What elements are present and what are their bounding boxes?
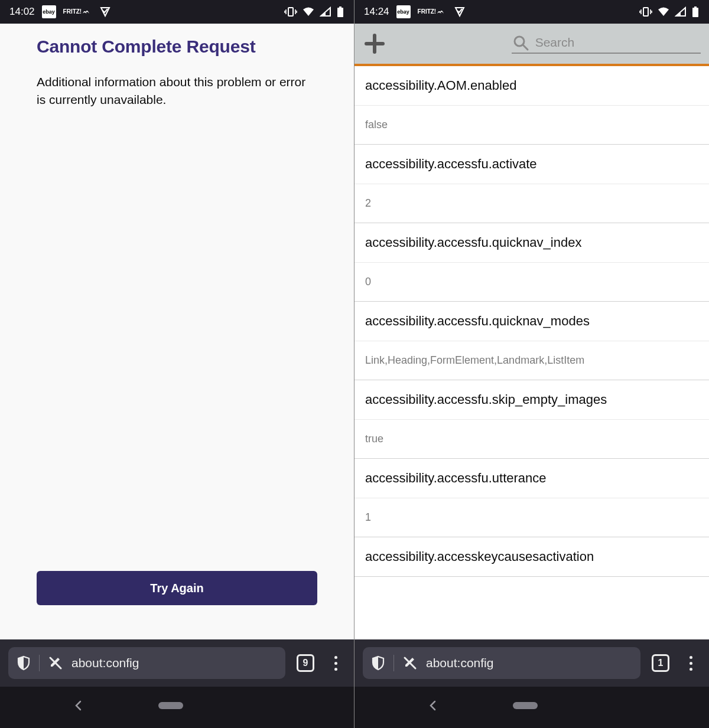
browser-toolbar: about:config 9 [0,639,354,687]
status-bar: 14:24 ebay FRITZ! [354,0,709,24]
home-pill[interactable] [158,702,183,709]
edit-off-icon[interactable] [402,655,418,671]
menu-button[interactable] [681,656,701,671]
pref-name: accessibility.accesskeycausesactivation [354,537,709,576]
search-icon [512,34,535,51]
pref-value: false [354,106,709,144]
shield-icon[interactable] [17,655,31,671]
url-bar[interactable]: about:config [363,647,640,679]
check-app-icon [99,6,111,18]
pref-name: accessibility.accessfu.skip_empty_images [354,380,709,420]
pref-name: accessibility.accessfu.utterance [354,459,709,498]
signal-icon [675,6,687,17]
url-text: about:config [426,656,493,670]
fritz-app-icon: FRITZ! [418,9,447,15]
error-description: Additional information about this proble… [37,73,317,109]
left-screenshot: 14:02 ebay FRITZ! Cannot Complete Reques… [0,0,354,728]
urlbar-divider [39,655,40,671]
check-app-icon [454,6,466,18]
pref-row[interactable]: accessibility.AOM.enabled false [354,66,709,145]
battery-icon [336,6,344,18]
pref-value: Link,Heading,FormElement,Landmark,ListIt… [354,341,709,380]
try-again-button[interactable]: Try Again [37,571,317,605]
pref-value: 1 [354,498,709,537]
pref-name: accessibility.AOM.enabled [354,66,709,106]
pref-value: true [354,420,709,458]
system-nav-bar [0,687,354,728]
edit-off-icon[interactable] [48,655,63,671]
svg-rect-5 [694,6,697,8]
shield-icon[interactable] [371,655,385,671]
tabs-button[interactable]: 1 [648,654,674,672]
pref-row[interactable]: accessibility.accessfu.activate 2 [354,145,709,223]
pref-name: accessibility.accessfu.quicknav_modes [354,302,709,341]
tab-count: 1 [658,658,664,668]
url-text: about:config [71,656,139,670]
tabs-button[interactable]: 9 [292,654,318,672]
url-bar[interactable]: about:config [8,647,285,679]
ebay-app-icon: ebay [42,5,56,18]
status-bar: 14:02 ebay FRITZ! [0,0,354,24]
error-page: Cannot Complete Request Additional infor… [0,24,354,639]
vibrate-icon [639,6,652,17]
system-nav-bar [354,687,709,728]
search-input[interactable] [535,35,701,50]
pref-value: 2 [354,184,709,223]
ebay-app-icon: ebay [396,5,411,18]
svg-rect-1 [337,8,343,17]
fritz-app-icon: FRITZ! [63,9,93,15]
right-screenshot: 14:24 ebay FRITZ! accessi [354,0,709,728]
pref-name: accessibility.accessfu.quicknav_index [354,223,709,263]
pref-row[interactable]: accessibility.accesskeycausesactivation [354,537,709,577]
menu-button[interactable] [326,656,346,671]
wifi-icon [657,6,670,17]
browser-toolbar: about:config 1 [354,639,709,687]
vibrate-icon [284,6,297,17]
pref-row[interactable]: accessibility.accessfu.skip_empty_images… [354,380,709,459]
svg-rect-0 [288,8,293,16]
about-config-page: accessibility.AOM.enabled false accessib… [354,24,709,639]
error-title: Cannot Complete Request [37,37,317,57]
pref-row[interactable]: accessibility.accessfu.utterance 1 [354,459,709,537]
status-time: 14:24 [364,6,389,18]
config-toolbar [354,24,709,66]
wifi-icon [302,6,315,17]
svg-rect-2 [339,6,342,8]
urlbar-divider [393,655,394,671]
back-button[interactable] [427,700,439,711]
tab-count: 9 [303,658,308,668]
add-pref-button[interactable] [363,32,386,56]
svg-rect-4 [692,8,698,17]
pref-row[interactable]: accessibility.accessfu.quicknav_modes Li… [354,302,709,380]
home-pill[interactable] [513,702,538,709]
status-time: 14:02 [9,6,35,18]
pref-list[interactable]: accessibility.AOM.enabled false accessib… [354,66,709,639]
search-field-wrap[interactable] [512,34,701,54]
signal-icon [320,6,331,17]
pref-name: accessibility.accessfu.activate [354,145,709,184]
back-button[interactable] [73,700,84,711]
pref-row[interactable]: accessibility.accessfu.quicknav_index 0 [354,223,709,302]
battery-icon [691,6,700,18]
pref-value: 0 [354,263,709,301]
svg-rect-3 [643,8,648,16]
